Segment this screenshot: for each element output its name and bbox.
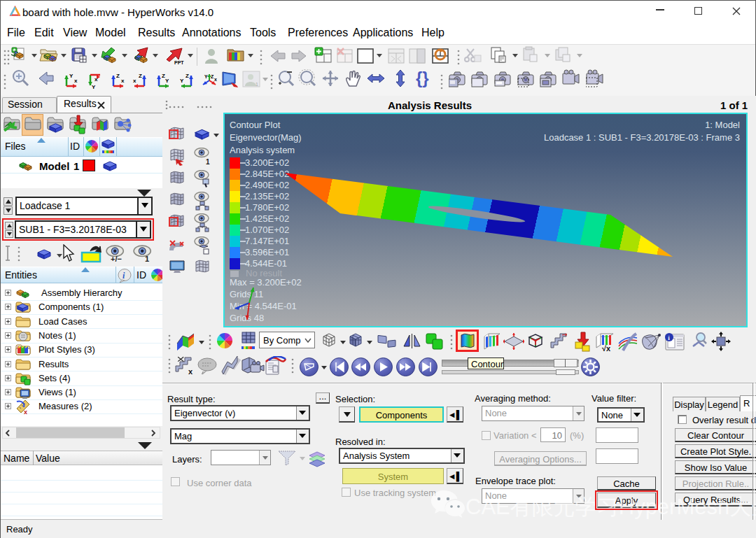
- svg-text:{}: {}: [416, 69, 429, 87]
- svg-text:Y: Y: [92, 84, 96, 90]
- svg-text:Z: Z: [186, 73, 189, 79]
- svg-text:Y: Y: [165, 78, 169, 84]
- svg-text:Y: Y: [180, 78, 184, 84]
- svg-text:1: 1: [255, 82, 258, 87]
- svg-text:x: x: [24, 409, 27, 414]
- svg-text:x: x: [94, 76, 98, 83]
- svg-text:x: x: [133, 78, 136, 84]
- svg-text:1: 1: [206, 158, 210, 166]
- svg-text:x: x: [214, 77, 217, 82]
- svg-text:x: x: [188, 367, 193, 376]
- svg-text:PPT: PPT: [174, 60, 184, 65]
- svg-text:+/−: +/−: [111, 255, 122, 262]
- svg-text:√x: √x: [602, 344, 611, 352]
- svg-text:Z: Z: [116, 73, 120, 79]
- svg-text:x: x: [74, 78, 78, 84]
- svg-text:Y: Y: [69, 73, 74, 79]
- svg-text:Y: Y: [204, 74, 208, 79]
- svg-text:1: 1: [145, 255, 149, 262]
- svg-text:x: x: [121, 78, 125, 84]
- svg-text:Z: Z: [139, 73, 142, 79]
